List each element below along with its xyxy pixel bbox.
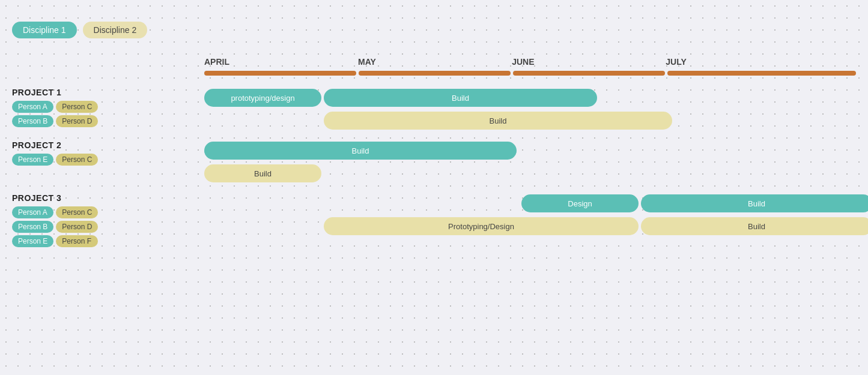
project-left-2: PROJECT 2Person EPerson C <box>12 140 204 166</box>
gantt-bar-3-0-1: Build <box>641 194 868 212</box>
gantt-area-2: BuildBuild <box>204 140 856 184</box>
gantt-area-1: prototyping/designBuildBuild <box>204 88 856 131</box>
project-section-3: PROJECT 3Person APerson CPerson BPerson … <box>12 193 856 247</box>
person-tag-beige-3-1: Person D <box>56 221 98 233</box>
person-tags-3: Person APerson CPerson BPerson DPerson E… <box>12 206 98 247</box>
gantt-row-2-0: Build <box>204 142 856 161</box>
gantt-bar-1-1-0: Build <box>324 112 672 130</box>
gantt-bar-2-0-0: Build <box>204 142 517 160</box>
person-tag-teal-1-1: Person B <box>12 115 53 127</box>
gantt-area-3: DesignBuildPrototyping/DesignBuild <box>204 193 856 236</box>
project-name-2: PROJECT 2 <box>12 140 204 150</box>
projects-container: PROJECT 1Person APerson CPerson BPerson … <box>12 88 856 257</box>
person-tags-2: Person EPerson C <box>12 154 98 166</box>
person-tag-beige-3-0: Person C <box>56 206 98 218</box>
person-tag-teal-1-0: Person A <box>12 101 53 113</box>
month-bar-may <box>359 71 511 76</box>
project-left-1: PROJECT 1Person APerson CPerson BPerson … <box>12 88 204 127</box>
gantt-bar-1-0-1: Build <box>324 89 597 107</box>
person-tag-beige-1-1: Person D <box>56 115 98 127</box>
month-bar-june <box>513 71 665 76</box>
person-tag-beige-1-0: Person C <box>56 101 98 113</box>
gantt-row-1-1: Build <box>204 112 856 131</box>
gantt-bar-3-1-1: Build <box>641 217 868 235</box>
project-section-2: PROJECT 2Person EPerson CBuildBuild <box>12 140 856 184</box>
project-name-3: PROJECT 3 <box>12 193 204 203</box>
month-label-june: JUNE <box>512 57 534 67</box>
gantt-bar-3-1-0: Prototyping/Design <box>324 217 639 235</box>
month-label-april: APRIL <box>204 57 229 67</box>
month-bar-row <box>204 71 856 76</box>
gantt-bar-1-0-0: prototyping/design <box>204 89 321 107</box>
person-tag-teal-3-0: Person A <box>12 206 53 218</box>
gantt-row-3-0: DesignBuild <box>204 194 856 214</box>
person-tag-beige-3-2: Person F <box>56 235 98 247</box>
project-left-3: PROJECT 3Person APerson CPerson BPerson … <box>12 193 204 247</box>
month-bar-april <box>204 71 356 76</box>
person-tags-1: Person APerson CPerson BPerson D <box>12 101 98 127</box>
gantt-row-2-1: Build <box>204 164 856 184</box>
gantt-bar-3-0-0: Design <box>521 194 639 212</box>
timeline-area: APRILMAYJUNEJULY PROJECT 1Person APerson… <box>12 56 856 257</box>
tab-1[interactable]: Discipline 2 <box>83 22 148 38</box>
page: Discipline 1Discipline 2 APRILMAYJUNEJUL… <box>0 0 868 269</box>
person-tag-teal-3-1: Person B <box>12 221 53 233</box>
tab-bar: Discipline 1Discipline 2 <box>12 22 856 38</box>
gantt-bar-2-1-0: Build <box>204 164 321 182</box>
person-tag-teal-2-0: Person E <box>12 154 53 166</box>
month-header-row: APRILMAYJUNEJULY <box>204 56 856 67</box>
project-name-1: PROJECT 1 <box>12 88 204 97</box>
project-section-1: PROJECT 1Person APerson CPerson BPerson … <box>12 88 856 131</box>
month-label-july: JULY <box>666 57 687 67</box>
tab-0[interactable]: Discipline 1 <box>12 22 77 38</box>
person-tag-beige-2-0: Person C <box>56 154 98 166</box>
gantt-row-1-0: prototyping/designBuild <box>204 89 856 108</box>
month-label-may: MAY <box>358 57 376 67</box>
person-tag-teal-3-2: Person E <box>12 235 53 247</box>
month-bar-july <box>667 71 856 76</box>
gantt-row-3-1: Prototyping/DesignBuild <box>204 217 856 236</box>
